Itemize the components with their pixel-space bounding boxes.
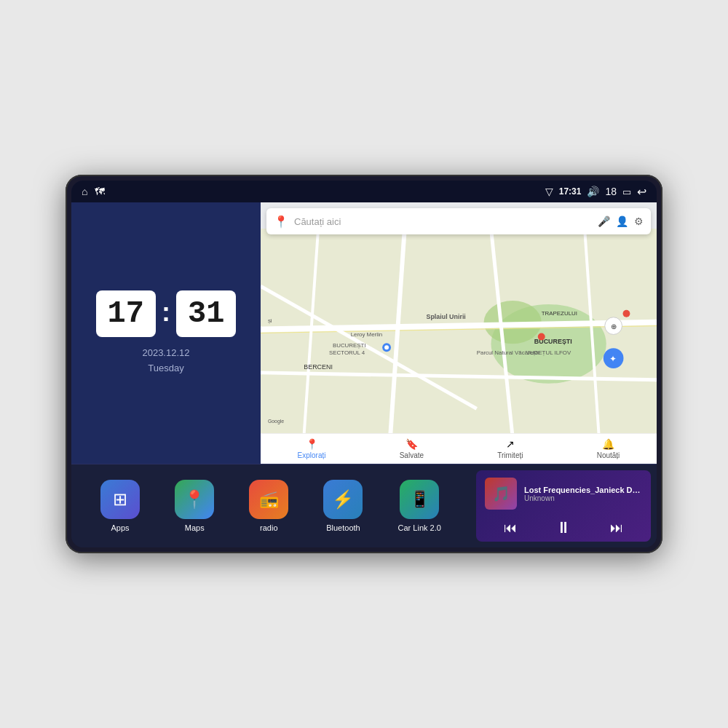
svg-text:Parcul Natural Văcărești: Parcul Natural Văcărești: [477, 349, 539, 356]
svg-point-29: [623, 310, 630, 317]
carlink-label: Car Link 2.0: [398, 523, 441, 532]
clock-date: 2023.12.12 Tuesday: [142, 346, 189, 376]
map-widget[interactable]: Splaiul Unirii TRAPEZULUI BUCUREȘTI JUDE…: [261, 202, 657, 464]
map-nav-explore[interactable]: 📍 Explorați: [298, 438, 326, 459]
map-search-actions: 🎤 👤 ⚙: [598, 215, 644, 227]
news-label: Noutăți: [597, 451, 620, 459]
saved-label: Salvate: [400, 451, 424, 459]
svg-text:Splaiul Unirii: Splaiul Unirii: [426, 313, 465, 320]
main-content: 17 : 31 2023.12.12 Tuesday: [71, 202, 657, 547]
radio-icon: 📻: [249, 480, 288, 519]
music-player: 🎵 Lost Frequencies_Janieck Devy-... Unkn…: [476, 470, 651, 542]
clock-minutes-block: 31: [176, 290, 236, 337]
home-icon[interactable]: ⌂: [82, 186, 87, 197]
bluetooth-icon-glyph: ⚡: [332, 489, 354, 510]
map-search-placeholder: Căutați aici: [294, 216, 592, 227]
bottom-section: ⊞ Apps 📍 Maps 📻 radio: [71, 464, 657, 547]
apps-icon: ⊞: [100, 480, 140, 519]
status-bar-left: ⌂ 🗺: [82, 186, 105, 197]
volume-level: 18: [605, 186, 617, 197]
status-bar: ⌂ 🗺 ▽ 17:31 🔊 18 ▭ ↩: [71, 181, 657, 202]
map-nav-news[interactable]: 🔔 Noutăți: [597, 438, 620, 459]
svg-point-23: [384, 345, 389, 349]
account-icon[interactable]: 👤: [616, 215, 628, 227]
carlink-icon-glyph: 📱: [410, 490, 430, 509]
clock-separator: :: [162, 297, 170, 328]
app-item-apps[interactable]: ⊞ Apps: [100, 480, 140, 532]
maps-status-icon[interactable]: 🗺: [95, 186, 105, 197]
battery-icon: ▭: [622, 186, 631, 197]
bluetooth-label: Bluetooth: [326, 523, 360, 532]
status-bar-right: ▽ 17:31 🔊 18 ▭ ↩: [545, 185, 646, 199]
svg-text:BERCENI: BERCENI: [304, 363, 333, 371]
svg-text:✦: ✦: [609, 354, 617, 364]
clock-minutes: 31: [188, 296, 224, 331]
back-button[interactable]: ↩: [637, 185, 646, 199]
map-svg: Splaiul Unirii TRAPEZULUI BUCUREȘTI JUDE…: [261, 202, 657, 464]
more-icon[interactable]: ⚙: [634, 215, 644, 227]
prev-button[interactable]: ⏮: [501, 518, 520, 539]
clock-hours-block: 17: [96, 290, 156, 337]
music-thumbnail: 🎵: [485, 478, 517, 510]
apps-label: Apps: [111, 523, 130, 532]
play-pause-button[interactable]: ⏸: [553, 515, 574, 540]
svg-text:TRAPEZULUI: TRAPEZULUI: [542, 310, 577, 317]
radio-icon-glyph: 📻: [259, 490, 279, 509]
news-icon: 🔔: [602, 438, 614, 450]
svg-point-24: [538, 333, 545, 341]
map-background: Splaiul Unirii TRAPEZULUI BUCUREȘTI JUDE…: [261, 202, 657, 464]
saved-icon: 🔖: [405, 438, 418, 450]
music-info: Lost Frequencies_Janieck Devy-... Unknow…: [524, 486, 642, 502]
signal-icon: ▽: [545, 186, 553, 197]
clock-date-value: 2023.12.12: [142, 346, 189, 361]
map-nav-saved[interactable]: 🔖 Salvate: [400, 438, 424, 459]
apps-icon-glyph: ⊞: [113, 489, 127, 510]
top-section: 17 : 31 2023.12.12 Tuesday: [71, 202, 657, 464]
clock-hours: 17: [108, 296, 144, 331]
svg-text:Leroy Merlin: Leroy Merlin: [351, 331, 383, 338]
map-bottom-bar: 📍 Explorați 🔖 Salvate ↗ Trimiteți 🔔: [261, 433, 657, 464]
app-item-maps[interactable]: 📍 Maps: [175, 480, 214, 532]
music-top: 🎵 Lost Frequencies_Janieck Devy-... Unkn…: [485, 478, 642, 510]
svg-text:SECTORUL 4: SECTORUL 4: [329, 349, 365, 356]
device-screen: ⌂ 🗺 ▽ 17:31 🔊 18 ▭ ↩ 17: [71, 181, 657, 547]
svg-text:BUCUREȘTI: BUCUREȘTI: [333, 342, 366, 349]
radio-label: radio: [260, 523, 277, 532]
clock-day: Tuesday: [142, 361, 189, 376]
car-display-device: ⌂ 🗺 ▽ 17:31 🔊 18 ▭ ↩ 17: [66, 175, 662, 553]
volume-icon: 🔊: [587, 186, 599, 197]
svg-text:⊕: ⊕: [611, 323, 617, 331]
next-button[interactable]: ⏭: [607, 518, 626, 539]
maps-icon-glyph: 📍: [183, 489, 205, 510]
clock-display: 17 : 31: [96, 290, 237, 337]
explore-icon: 📍: [306, 438, 318, 450]
map-search-bar[interactable]: 📍 Căutați aici 🎤 👤 ⚙: [266, 208, 651, 234]
clock-widget: 17 : 31 2023.12.12 Tuesday: [71, 202, 261, 464]
app-item-bluetooth[interactable]: ⚡ Bluetooth: [323, 480, 363, 532]
share-label: Trimiteți: [497, 451, 523, 459]
app-icons-area: ⊞ Apps 📍 Maps 📻 radio: [71, 464, 470, 547]
mic-icon[interactable]: 🎤: [598, 215, 610, 227]
app-item-carlink[interactable]: 📱 Car Link 2.0: [398, 480, 441, 532]
music-title: Lost Frequencies_Janieck Devy-...: [524, 486, 642, 494]
svg-text:Google: Google: [268, 419, 284, 424]
status-time: 17:31: [559, 186, 582, 197]
svg-text:și: și: [268, 317, 272, 324]
music-controls: ⏮ ⏸ ⏭: [485, 515, 642, 540]
map-nav-share[interactable]: ↗ Trimiteți: [497, 438, 523, 459]
music-artist: Unknown: [524, 494, 642, 502]
carlink-icon: 📱: [400, 480, 439, 519]
maps-label: Maps: [185, 523, 205, 532]
map-pin-icon: 📍: [274, 215, 288, 229]
maps-icon: 📍: [175, 480, 214, 519]
bluetooth-icon: ⚡: [323, 480, 363, 519]
app-item-radio[interactable]: 📻 radio: [249, 480, 288, 532]
share-icon: ↗: [506, 438, 515, 450]
explore-label: Explorați: [298, 451, 326, 459]
